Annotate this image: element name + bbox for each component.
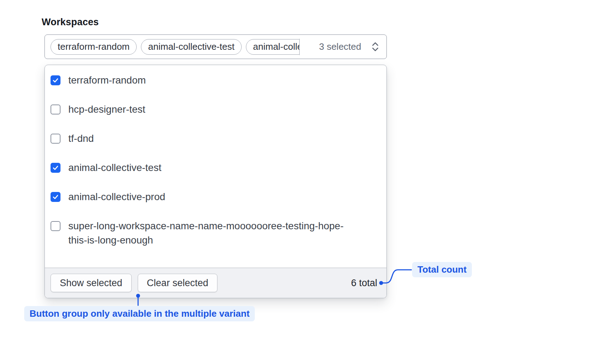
listbox-option[interactable]: animal-collective-prod bbox=[45, 182, 386, 212]
checkbox[interactable] bbox=[51, 105, 60, 114]
listbox-option[interactable]: animal-collective-test bbox=[45, 153, 386, 182]
listbox-option[interactable]: terraform-random bbox=[45, 66, 386, 95]
multiselect-trigger[interactable]: terraform-random animal-collective-test … bbox=[44, 34, 387, 59]
listbox: terraform-random hcp-designer-test tf-dn… bbox=[45, 65, 386, 268]
selected-count: 3 selected bbox=[319, 41, 361, 52]
option-label: animal-collective-test bbox=[68, 161, 161, 175]
option-label: tf-dnd bbox=[68, 132, 94, 146]
annotation-total-count: Total count bbox=[412, 262, 472, 277]
total-count: 6 total bbox=[351, 278, 377, 289]
listbox-option[interactable]: super-long-workspace-name-name-moooooore… bbox=[45, 212, 386, 255]
option-label: animal-collective-prod bbox=[68, 190, 165, 204]
annotation-button-group: Button group only available in the multi… bbox=[24, 306, 255, 321]
checkbox[interactable] bbox=[51, 192, 60, 202]
check-icon bbox=[52, 164, 59, 171]
page: Workspaces terraform-random animal-colle… bbox=[0, 0, 595, 364]
checkbox[interactable] bbox=[51, 163, 60, 173]
checkbox[interactable] bbox=[51, 221, 60, 231]
selected-pill: animal-collective-test bbox=[141, 39, 242, 55]
selected-pill: animal-collective-prod bbox=[246, 39, 300, 55]
checkbox[interactable] bbox=[51, 75, 60, 85]
dropdown-footer: Show selected Clear selected 6 total bbox=[45, 268, 386, 298]
listbox-option[interactable]: tf-dnd bbox=[45, 124, 386, 153]
option-label: hcp-designer-test bbox=[68, 102, 145, 117]
chevron-up-down-icon bbox=[370, 41, 380, 52]
selected-pill: terraform-random bbox=[51, 39, 137, 55]
listbox-option[interactable]: hcp-designer-test bbox=[45, 95, 386, 124]
option-label: super-long-workspace-name-name-moooooore… bbox=[68, 219, 353, 247]
option-label: terraform-random bbox=[68, 73, 146, 87]
field-label: Workspaces bbox=[42, 17, 99, 28]
check-icon bbox=[52, 193, 59, 200]
checkbox[interactable] bbox=[51, 134, 60, 144]
clear-selected-button[interactable]: Clear selected bbox=[138, 274, 218, 292]
selected-pill-clipped: animal-collective-prod bbox=[246, 39, 300, 55]
check-icon bbox=[52, 77, 59, 84]
dropdown-panel: terraform-random hcp-designer-test tf-dn… bbox=[44, 65, 387, 298]
show-selected-button[interactable]: Show selected bbox=[51, 274, 132, 292]
